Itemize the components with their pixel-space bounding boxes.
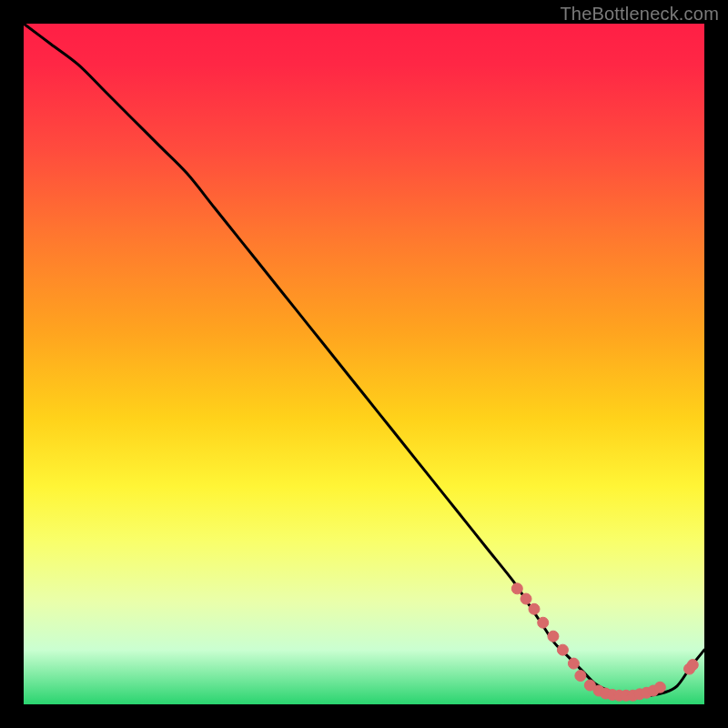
plot-area (24, 24, 704, 704)
watermark: TheBottleneck.com (560, 4, 719, 25)
chart-stage: TheBottleneck.com (0, 0, 728, 728)
